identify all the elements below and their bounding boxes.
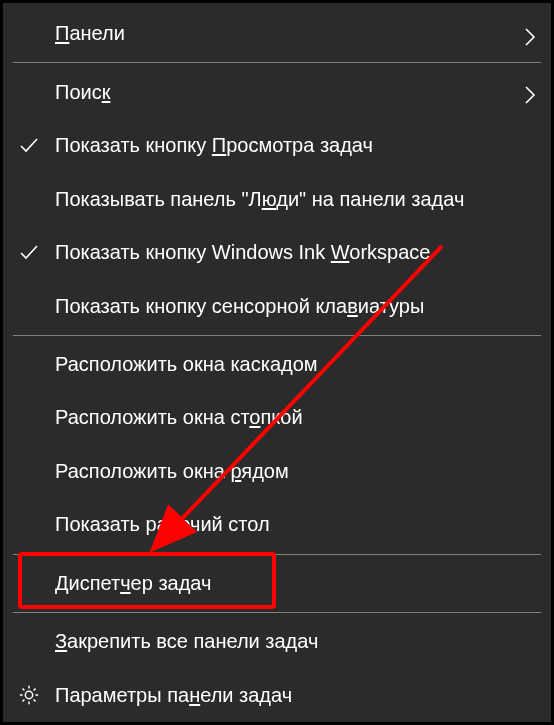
menu-item-lock-taskbars[interactable]: Закрепить все панели задач (3, 615, 551, 668)
menu-item-cascade-windows[interactable]: Расположить окна каскадом (3, 338, 551, 391)
menu-label: Показать кнопку Windows Ink Workspace (55, 241, 537, 264)
menu-label: Расположить окна рядом (55, 460, 537, 483)
taskbar-context-menu: Панели Поиск Показать кнопку Просмотра з… (2, 2, 552, 723)
menu-label: Показать кнопку сенсорной клавиатуры (55, 295, 537, 318)
separator (13, 62, 541, 63)
menu-item-show-touch-keyboard[interactable]: Показать кнопку сенсорной клавиатуры (3, 279, 551, 332)
menu-label: Показать рабочий стол (55, 513, 537, 536)
menu-label: Поиск (55, 81, 523, 104)
menu-item-show-windows-ink[interactable]: Показать кнопку Windows Ink Workspace (3, 226, 551, 279)
menu-item-task-manager[interactable]: Диспетчер задач (3, 557, 551, 610)
menu-item-stacked-windows[interactable]: Расположить окна стопкой (3, 391, 551, 444)
menu-item-show-task-view-button[interactable]: Показать кнопку Просмотра задач (3, 119, 551, 172)
menu-item-taskbar-settings[interactable]: Параметры панели задач (3, 669, 551, 722)
chevron-right-icon (523, 27, 537, 41)
menu-label: Расположить окна стопкой (55, 406, 537, 429)
separator (13, 612, 541, 613)
menu-label: Диспетчер задач (55, 572, 537, 595)
menu-label: Параметры панели задач (55, 684, 537, 707)
menu-label: Расположить окна каскадом (55, 353, 537, 376)
separator (13, 335, 541, 336)
check-icon (3, 242, 55, 264)
check-icon (3, 135, 55, 157)
menu-label: Показать кнопку Просмотра задач (55, 134, 537, 157)
menu-item-toolbars[interactable]: Панели (3, 7, 551, 60)
menu-label: Показывать панель "Люди" на панели задач (55, 188, 537, 211)
chevron-right-icon (523, 85, 537, 99)
menu-label: Закрепить все панели задач (55, 630, 537, 653)
menu-item-show-desktop[interactable]: Показать рабочий стол (3, 498, 551, 551)
gear-icon (3, 684, 55, 706)
menu-item-search[interactable]: Поиск (3, 65, 551, 118)
menu-item-show-people[interactable]: Показывать панель "Люди" на панели задач (3, 172, 551, 225)
separator (13, 554, 541, 555)
menu-item-side-by-side[interactable]: Расположить окна рядом (3, 445, 551, 498)
menu-label: Панели (55, 22, 523, 45)
